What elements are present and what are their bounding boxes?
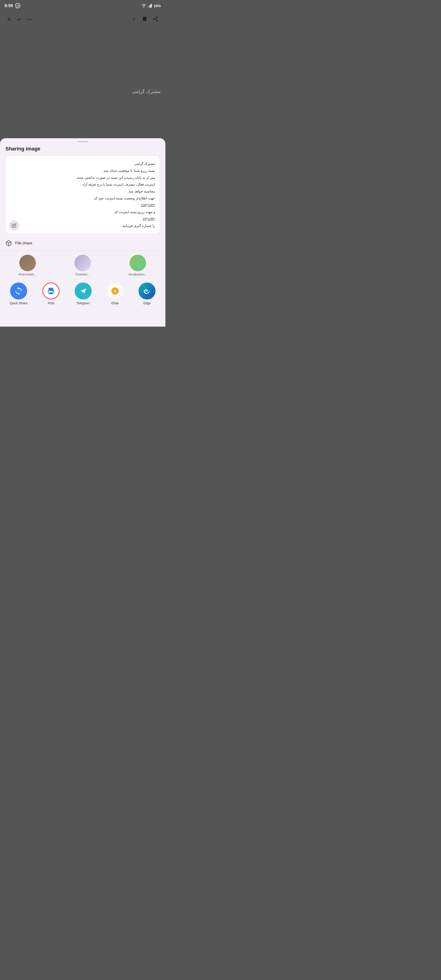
- print-icon: [43, 283, 59, 299]
- threads-icon: @: [15, 3, 20, 8]
- share-button[interactable]: [153, 16, 159, 23]
- contact-name-2: Faraham...: [76, 273, 90, 276]
- contact-name-1: KhanZadeh...: [19, 273, 37, 276]
- contact-avatar-1: [19, 255, 36, 271]
- svg-line-10: [155, 19, 157, 20]
- undo-button[interactable]: ↩: [17, 16, 22, 23]
- telegram-icon: [75, 283, 92, 299]
- edit-button[interactable]: [9, 221, 19, 231]
- contact-name-3: doc@yahoo...: [129, 273, 147, 276]
- svg-point-8: [154, 18, 155, 19]
- app-item-quick-share[interactable]: Quick Share: [10, 283, 27, 305]
- preview-line10: را شماره گیری فرمایید.: [10, 222, 155, 229]
- preview-line3: پس از به پایان رسیدن این بسته در صورت ند…: [10, 174, 155, 181]
- preview-line2: بسته رزرو شما با موفقیت حذف شد.: [10, 167, 155, 174]
- print-label: Print: [48, 301, 54, 305]
- edge-label: Edge: [143, 301, 151, 305]
- edge-icon: [139, 283, 156, 299]
- app-item-edge[interactable]: Edge: [139, 283, 156, 305]
- dark-area: مشترک گرامی: [0, 27, 166, 97]
- delete-button[interactable]: [142, 16, 148, 23]
- svg-point-9: [156, 20, 158, 21]
- svg-point-7: [156, 16, 158, 18]
- app-item-telegram[interactable]: Telegram: [75, 283, 92, 305]
- signal-icon: [148, 4, 152, 8]
- svg-rect-13: [49, 288, 53, 291]
- app-item-eitaa[interactable]: e Eitaa: [107, 283, 124, 305]
- sheet-title: Sharing image: [0, 146, 166, 156]
- preview-line8: و جهت رزرو بسته اینترنت کد: [10, 208, 155, 215]
- svg-point-16: [53, 291, 53, 292]
- contact-avatar-2: [75, 255, 91, 271]
- status-bar: 8:59 @ 29%: [0, 0, 166, 11]
- preview-line4: اینترنت فعال، مصرف اینترنت شما با نرخ تع…: [10, 181, 155, 188]
- time: 8:59: [5, 3, 13, 8]
- eitaa-icon: e: [107, 283, 124, 299]
- toolbar-left: ✕ ↩ ↪: [7, 16, 32, 23]
- contact-avatar-3: [129, 255, 146, 271]
- svg-line-11: [155, 18, 157, 19]
- preview-line6: جهت اطلاع از وضعیت بسته اینترنت خود کد: [10, 195, 155, 202]
- status-left: 8:59 @: [5, 3, 20, 8]
- toolbar-right: ✓: [132, 16, 159, 23]
- contact-item-2[interactable]: Faraham...: [55, 251, 110, 278]
- drag-handle[interactable]: [77, 141, 88, 142]
- file-share-icon: [5, 240, 12, 247]
- svg-rect-3: [150, 5, 151, 8]
- toolbar: ✕ ↩ ↪ ✓: [0, 11, 166, 27]
- preview-line9: *100*2#: [10, 215, 155, 222]
- svg-rect-2: [149, 5, 150, 8]
- preview-line7: *100*10#: [10, 202, 155, 208]
- close-button[interactable]: ✕: [7, 16, 11, 23]
- contact-item-3[interactable]: doc@yahoo...: [110, 251, 166, 278]
- bottom-sheet: Sharing image مشترک گرامی بسته رزرو شما …: [0, 138, 166, 326]
- app-item-print[interactable]: Print: [43, 283, 59, 305]
- svg-text:e: e: [114, 289, 116, 293]
- redo-button[interactable]: ↪: [27, 16, 32, 23]
- preview-line1: مشترک گرامی: [10, 160, 155, 167]
- svg-point-0: [143, 7, 144, 8]
- battery: 29%: [154, 4, 161, 8]
- preview-line5: محاسبه خواهد شد.: [10, 188, 155, 195]
- svg-rect-15: [49, 293, 53, 294]
- apps-row: Quick Share Print Telegram: [0, 278, 166, 307]
- svg-rect-1: [148, 6, 149, 8]
- dark-area-text: مشترک گرامی: [132, 89, 161, 94]
- preview-text: مشترک گرامی بسته رزرو شما با موفقیت حذف …: [10, 160, 155, 229]
- telegram-label: Telegram: [76, 301, 90, 305]
- quick-share-label: Quick Share: [10, 301, 27, 305]
- quick-share-icon: [10, 283, 27, 299]
- file-share-row[interactable]: File share: [0, 236, 166, 251]
- check-button[interactable]: ✓: [132, 16, 137, 23]
- wifi-icon: [142, 4, 146, 8]
- eitaa-label: Eitaa: [111, 301, 119, 305]
- svg-rect-4: [151, 4, 152, 8]
- status-right: 29%: [142, 4, 161, 8]
- file-share-label: File share: [15, 241, 32, 245]
- contact-item[interactable]: KhanZadeh...: [0, 251, 55, 278]
- contacts-row: KhanZadeh... Faraham... doc@yahoo...: [0, 251, 166, 278]
- image-preview: مشترک گرامی بسته رزرو شما با موفقیت حذف …: [5, 156, 160, 234]
